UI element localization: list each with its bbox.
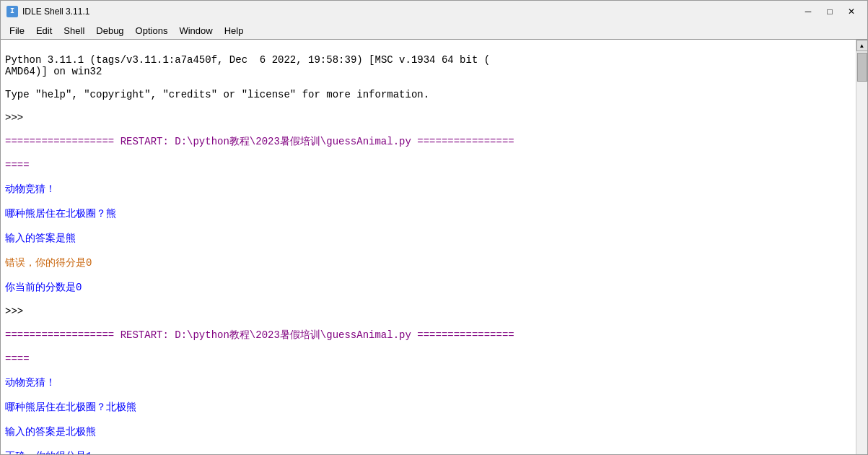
python-version-line2: AMD64)] on win32 <box>5 66 851 77</box>
scrollbar-thumb[interactable] <box>857 53 867 82</box>
scrollbar[interactable]: ▲ <box>856 40 867 454</box>
menu-debug[interactable]: Debug <box>90 24 129 38</box>
shell-container: Python 3.11.1 (tags/v3.11.1:a7a450f, Dec… <box>0 39 868 455</box>
session1-line3: 输入的答案是熊 <box>5 232 851 245</box>
restart-line-2: ================== RESTART: D:\python教程\… <box>5 329 851 342</box>
prompt2: >>> <box>5 306 851 317</box>
menu-options[interactable]: Options <box>130 24 174 38</box>
maximize-button[interactable]: □ <box>820 4 840 19</box>
app-icon: I <box>6 6 18 17</box>
title-bar: I IDLE Shell 3.11.1 ─ □ ✕ <box>0 0 868 22</box>
menu-edit[interactable]: Edit <box>30 24 58 38</box>
session1-line5: 你当前的分数是0 <box>5 281 851 294</box>
session1-line1: 动物竞猜！ <box>5 183 851 196</box>
shell-output[interactable]: Python 3.11.1 (tags/v3.11.1:a7a450f, Dec… <box>1 40 856 454</box>
window-title: IDLE Shell 3.11.1 <box>22 6 798 17</box>
session1-line2: 哪种熊居住在北极圈？熊 <box>5 207 851 220</box>
session2-line3: 输入的答案是北极熊 <box>5 425 851 438</box>
minimize-button[interactable]: ─ <box>798 4 818 19</box>
session1-line4: 错误，你的得分是0 <box>5 256 851 269</box>
menu-help[interactable]: Help <box>219 24 250 38</box>
menu-bar: File Edit Shell Debug Options Window Hel… <box>0 22 868 39</box>
restart-line-1-cont: ==== <box>5 160 851 171</box>
python-help-line: Type "help", "copyright", "credits" or "… <box>5 89 851 100</box>
python-version-line1: Python 3.11.1 (tags/v3.11.1:a7a450f, Dec… <box>5 54 851 66</box>
window-controls: ─ □ ✕ <box>798 4 862 19</box>
session2-line2: 哪种熊居住在北极圈？北极熊 <box>5 401 851 414</box>
menu-file[interactable]: File <box>4 24 30 38</box>
prompt1: >>> <box>5 112 851 124</box>
scrollbar-up[interactable]: ▲ <box>856 40 868 51</box>
close-button[interactable]: ✕ <box>841 4 862 19</box>
session2-line1: 动物竞猜！ <box>5 376 851 389</box>
menu-window[interactable]: Window <box>173 24 218 38</box>
restart-line-2-cont: ==== <box>5 353 851 365</box>
session2-line4: 正确，你的得分是1 <box>5 450 851 454</box>
menu-shell[interactable]: Shell <box>58 24 90 38</box>
restart-line-1: ================== RESTART: D:\python教程\… <box>5 135 851 148</box>
